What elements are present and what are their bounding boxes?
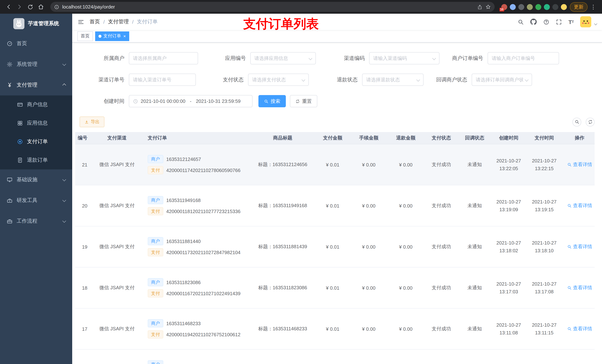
sidebar-item-app-info[interactable]: 应用信息 bbox=[0, 114, 72, 132]
site-info-icon[interactable] bbox=[54, 4, 59, 10]
notify-status-cell: 未通知 bbox=[458, 243, 491, 250]
extension-icon[interactable] bbox=[527, 4, 533, 10]
view-detail-link[interactable]: 查看详情 bbox=[567, 325, 592, 332]
pay-amount-cell: ¥ 0.01 bbox=[315, 162, 350, 167]
sidebar-item-merchant-info[interactable]: 商户信息 bbox=[0, 95, 72, 114]
table-row: 17 微信 JSAPI 支付 商户 1635311468233 支付 42000… bbox=[75, 309, 595, 350]
column-header-pay-order: 支付订单 bbox=[145, 135, 250, 141]
sidebar-item-system[interactable]: 系统管理 bbox=[0, 54, 72, 75]
sidebar-item-workflow[interactable]: 工作流程 bbox=[0, 211, 72, 232]
chevron-down-icon bbox=[62, 177, 66, 181]
browser-forward-button[interactable] bbox=[14, 2, 24, 12]
notify-status-filter-select[interactable]: 请选择订单回调商户状态 bbox=[472, 74, 532, 86]
pay-order-cell: 商户 1635311468233 支付 42000011942021102767… bbox=[145, 319, 250, 338]
pay-order-cell: 商户 1635311881440 支付 42000011732021102728… bbox=[145, 237, 250, 256]
notify-status-cell: 未通知 bbox=[458, 284, 491, 291]
bookmark-star-icon[interactable] bbox=[485, 4, 491, 10]
breadcrumb-home[interactable]: 首页 bbox=[90, 19, 100, 25]
breadcrumb-payment[interactable]: 支付管理 bbox=[108, 19, 129, 25]
product-title-cell: 标题：1635311949168 bbox=[250, 202, 315, 209]
channel-order-filter-field[interactable] bbox=[133, 77, 192, 83]
fullscreen-icon[interactable] bbox=[556, 19, 562, 25]
extension-icon[interactable] bbox=[535, 4, 541, 10]
merchant-filter-input[interactable] bbox=[129, 52, 198, 64]
chevron-down-icon bbox=[62, 198, 66, 202]
merchant-tag: 商户 bbox=[148, 237, 163, 245]
create-time-range-picker[interactable]: 2021-10-01 00:00:00 - 2021-10-31 23:59:5… bbox=[129, 95, 252, 107]
app-filter-label: 应用编号 bbox=[198, 55, 250, 62]
sidebar-item-refund-order[interactable]: 退款订单 bbox=[0, 151, 72, 169]
search-icon[interactable] bbox=[518, 19, 524, 25]
view-detail-link[interactable]: 查看详情 bbox=[567, 243, 592, 250]
toggle-search-button[interactable] bbox=[572, 117, 581, 126]
avatar[interactable] bbox=[580, 16, 591, 27]
pay-status-cell: 支付成功 bbox=[424, 161, 458, 168]
browser-home-button[interactable] bbox=[36, 2, 46, 12]
extension-icon[interactable] bbox=[518, 4, 524, 10]
pay-order-cell: 商户 支付 bbox=[145, 360, 250, 364]
fee-amount-cell: ¥ 0.00 bbox=[350, 326, 387, 332]
sidebar-item-pay-order[interactable]: 支付订单 bbox=[0, 132, 72, 151]
column-header-status: 支付状态 bbox=[424, 135, 458, 141]
breadcrumb: 首页 / 支付管理 / 支付订单 bbox=[90, 19, 158, 25]
tab-home[interactable]: 首页 bbox=[77, 31, 93, 41]
pay-tag: 支付 bbox=[148, 207, 163, 215]
url-text[interactable]: localhost:1024/pay/order bbox=[62, 4, 474, 10]
merchant-order-filter-input[interactable] bbox=[488, 52, 559, 64]
date-range-start: 2021-10-01 00:00:00 bbox=[141, 98, 185, 104]
browser-menu-button[interactable]: ⋮ bbox=[588, 3, 598, 10]
refund-amount-cell: ¥ 0.00 bbox=[387, 162, 424, 167]
refund-status-filter-select[interactable]: 请选择退款状态 bbox=[362, 74, 424, 86]
help-icon[interactable] bbox=[543, 19, 550, 25]
sidebar-item-payment[interactable]: 支付管理 bbox=[0, 75, 72, 95]
extensions-area: 10 bbox=[501, 4, 567, 10]
export-button[interactable]: 导出 bbox=[80, 116, 104, 127]
extension-icon[interactable] bbox=[552, 4, 558, 10]
product-title-cell: 标题：1635311823086 bbox=[250, 284, 315, 291]
browser-reload-button[interactable] bbox=[25, 2, 35, 12]
app-filter-select[interactable]: 请选择应用信息 bbox=[250, 52, 316, 64]
view-detail-link[interactable]: 查看详情 bbox=[567, 284, 592, 291]
channel-order-filter-input[interactable] bbox=[129, 74, 196, 86]
pay-tag: 支付 bbox=[148, 289, 163, 297]
view-detail-link[interactable]: 查看详情 bbox=[567, 202, 592, 209]
breadcrumb-pay-order: 支付订单 bbox=[137, 19, 158, 25]
pay-status-cell: 支付成功 bbox=[424, 325, 458, 332]
address-bar[interactable]: localhost:1024/pay/order bbox=[50, 2, 495, 12]
browser-update-button[interactable]: 更新 bbox=[570, 2, 588, 12]
tab-pay-order[interactable]: 支付订单 × bbox=[95, 31, 129, 41]
sidebar-item-infra[interactable]: 基础设施 bbox=[0, 169, 72, 190]
sidebar-item-devtools[interactable]: 研发工具 bbox=[0, 190, 72, 211]
hamburger-icon[interactable] bbox=[77, 18, 85, 25]
merchant-order-no: 1635311468233 bbox=[166, 321, 201, 326]
magnifier-icon bbox=[567, 245, 571, 249]
magnifier-icon bbox=[567, 162, 571, 167]
column-header-action: 操作 bbox=[562, 135, 597, 141]
reset-button[interactable]: 重置 bbox=[290, 95, 317, 107]
font-size-icon[interactable]: TT bbox=[569, 19, 574, 25]
sidebar-item-home[interactable]: 首页 bbox=[0, 33, 72, 54]
merchant-order-filter-field[interactable] bbox=[492, 55, 555, 61]
tab-close-icon[interactable]: × bbox=[123, 34, 126, 38]
extension-icon[interactable]: 10 bbox=[501, 4, 507, 10]
extension-icon[interactable] bbox=[544, 4, 550, 10]
extension-icon[interactable] bbox=[510, 4, 516, 10]
create-time-cell: 2021-10-2713:18:02 bbox=[491, 239, 527, 255]
github-icon[interactable] bbox=[530, 19, 537, 25]
view-detail-link[interactable]: 查看详情 bbox=[567, 161, 592, 168]
merchant-filter-field[interactable] bbox=[133, 55, 194, 61]
sidebar-menu: 首页 系统管理 支付管理 商户信息 bbox=[0, 33, 72, 232]
share-icon[interactable] bbox=[477, 4, 483, 10]
merchant-tag: 商户 bbox=[148, 319, 163, 327]
avatar-dropdown-caret[interactable] bbox=[594, 22, 597, 25]
browser-back-button[interactable] bbox=[4, 2, 14, 12]
pay-status-filter-select[interactable]: 请选择支付状态 bbox=[248, 74, 309, 86]
pay-order-no: 4200001181202110277723215336 bbox=[166, 208, 240, 214]
refresh-table-button[interactable] bbox=[586, 117, 595, 126]
search-button[interactable]: 搜索 bbox=[258, 95, 286, 107]
channel-code-filter-select[interactable]: 请输入渠道编码 bbox=[369, 52, 440, 64]
pay-tag: 支付 bbox=[148, 166, 163, 174]
extension-icon[interactable] bbox=[561, 4, 567, 10]
notify-status-filter-label: 回调商户状态 bbox=[424, 76, 472, 83]
pay-time-cell: 2021-10-2713:11:15 bbox=[527, 321, 562, 337]
